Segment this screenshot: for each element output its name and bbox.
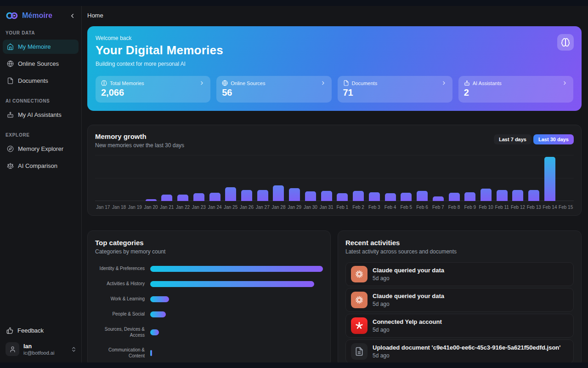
chart-x-label: Feb 1 xyxy=(334,205,351,210)
chart-x-label: Feb 12 xyxy=(510,205,526,210)
chart-bar xyxy=(494,155,510,201)
chart-x-labels: Jan 17Jan 18Jan 19Jan 20Jan 21Jan 22Jan … xyxy=(95,205,574,210)
sidebar-item[interactable]: Documents xyxy=(3,74,79,88)
chart-bar xyxy=(462,155,478,201)
claude-icon xyxy=(351,292,368,308)
chart-bar xyxy=(271,155,287,201)
brain-icon xyxy=(101,80,107,86)
infinity-logo-icon xyxy=(6,11,19,20)
sidebar-item-label: Documents xyxy=(18,77,48,84)
brain-badge xyxy=(557,34,574,51)
activity-item[interactable]: Uploaded document 'c9e41e00-ee6c-45c3-91… xyxy=(345,339,574,362)
chart-bar xyxy=(366,155,382,201)
chart-x-label: Feb 3 xyxy=(366,205,382,210)
chart-bar xyxy=(159,155,175,201)
category-bar xyxy=(150,329,159,335)
range-button[interactable]: Last 7 days xyxy=(494,134,531,144)
stats-row: Total Memories 2,066 Online Sources 56 xyxy=(96,76,573,103)
activity-item[interactable]: Claude queried your data 5d ago xyxy=(345,262,574,286)
stat-value: 71 xyxy=(343,87,447,98)
scale-icon xyxy=(7,162,14,169)
sidebar-item[interactable]: My Mémoire xyxy=(3,40,79,54)
chart-bar xyxy=(287,155,303,201)
chart-bar xyxy=(95,155,111,201)
activity-time: 5d ago xyxy=(373,352,560,359)
category-chart: Identity & Preferences Activities & Hist… xyxy=(95,266,323,359)
category-label: Communication & Content xyxy=(95,347,145,359)
sidebar-item[interactable]: My AI Assistants xyxy=(3,108,79,122)
chart-bar xyxy=(430,155,446,201)
stat-label: Documents xyxy=(352,80,378,86)
chart-bar xyxy=(382,155,398,201)
feedback-label: Feedback xyxy=(17,327,44,334)
app-logo: Mémoire xyxy=(6,11,52,20)
chart-bar xyxy=(351,155,367,201)
activity-title: Claude queried your data xyxy=(373,293,444,299)
bot-icon xyxy=(464,80,470,86)
chart-x-label: Feb 10 xyxy=(478,205,494,210)
memory-growth-title: Memory growth xyxy=(95,132,184,140)
user-name: Ian xyxy=(23,343,54,350)
category-label: Work & Learning xyxy=(95,296,145,302)
hero-welcome: Welcome back xyxy=(96,35,573,41)
recent-activities-title: Recent activities xyxy=(345,239,574,247)
chart-x-label: Jan 18 xyxy=(111,205,127,210)
chart-bar xyxy=(398,155,414,201)
chart-x-label: Jan 25 xyxy=(223,205,239,210)
claude-icon xyxy=(351,266,368,282)
chart-x-label: Jan 29 xyxy=(287,205,303,210)
category-row: Communication & Content xyxy=(95,347,323,359)
chart-bar xyxy=(446,155,462,201)
chart-x-label: Jan 30 xyxy=(303,205,319,210)
sidebar-section-explore: EXPLORE xyxy=(0,132,81,138)
hero-banner: Welcome back Your Digital Memories Build… xyxy=(87,26,582,111)
category-row: Work & Learning xyxy=(95,296,323,302)
chart-x-label: Jan 19 xyxy=(127,205,143,210)
activity-title: Connected Yelp account xyxy=(373,318,442,325)
chevron-right-icon xyxy=(199,80,205,86)
category-bar xyxy=(150,350,152,356)
chart-x-label: Feb 6 xyxy=(414,205,430,210)
chart-bar xyxy=(111,155,127,201)
chart-bars xyxy=(95,155,574,201)
category-label: Sources, Devices & Access xyxy=(95,327,145,338)
stat-card[interactable]: Online Sources 56 xyxy=(216,76,331,103)
activity-time: 5d ago xyxy=(373,275,444,282)
content: Welcome back Your Digital Memories Build… xyxy=(82,23,588,362)
stat-card[interactable]: Total Memories 2,066 xyxy=(96,76,210,103)
sidebar-collapse-button[interactable] xyxy=(69,12,76,19)
file-icon xyxy=(343,80,349,86)
yelp-icon xyxy=(351,317,368,334)
bot-icon xyxy=(7,111,14,118)
activity-time: 5d ago xyxy=(373,301,444,307)
stat-label: AI Assistants xyxy=(473,80,502,86)
category-bar xyxy=(150,266,323,272)
chart-bar xyxy=(175,155,191,201)
chart-bar xyxy=(207,155,223,201)
sidebar-item[interactable]: AI Comparison xyxy=(3,159,79,173)
globe-icon xyxy=(222,80,228,86)
chevron-right-icon xyxy=(441,80,447,86)
chart-x-label: Jan 20 xyxy=(143,205,159,210)
sidebar-item[interactable]: Memory Explorer xyxy=(3,142,79,156)
activity-item[interactable]: Claude queried your data 5d ago xyxy=(345,288,574,312)
chart-bar xyxy=(223,155,239,201)
sidebar-item-label: My AI Assistants xyxy=(18,111,62,118)
sidebar-section-your-data: YOUR DATA xyxy=(0,30,81,35)
stat-card[interactable]: Documents 71 xyxy=(338,76,452,103)
page-title: Your Digital Memories xyxy=(96,43,573,58)
sidebar-item[interactable]: Online Sources xyxy=(3,57,79,71)
range-button[interactable]: Last 30 days xyxy=(533,134,574,144)
stat-label: Online Sources xyxy=(231,80,265,86)
chart-bar xyxy=(318,155,334,201)
stat-card[interactable]: AI Assistants 2 xyxy=(458,76,573,103)
category-label: Identity & Preferences xyxy=(95,266,145,272)
chart-bar xyxy=(414,155,430,201)
top-categories-card: Top categories Categories by memory coun… xyxy=(87,230,331,362)
activity-item[interactable]: Connected Yelp account 5d ago xyxy=(345,314,574,338)
feedback-button[interactable]: Feedback xyxy=(0,323,81,338)
sidebar-item-label: Online Sources xyxy=(18,60,59,67)
chart-bar xyxy=(143,155,159,201)
user-menu[interactable]: Ian ic@botfood.ai xyxy=(0,338,81,362)
chart-x-label: Jan 23 xyxy=(191,205,207,210)
